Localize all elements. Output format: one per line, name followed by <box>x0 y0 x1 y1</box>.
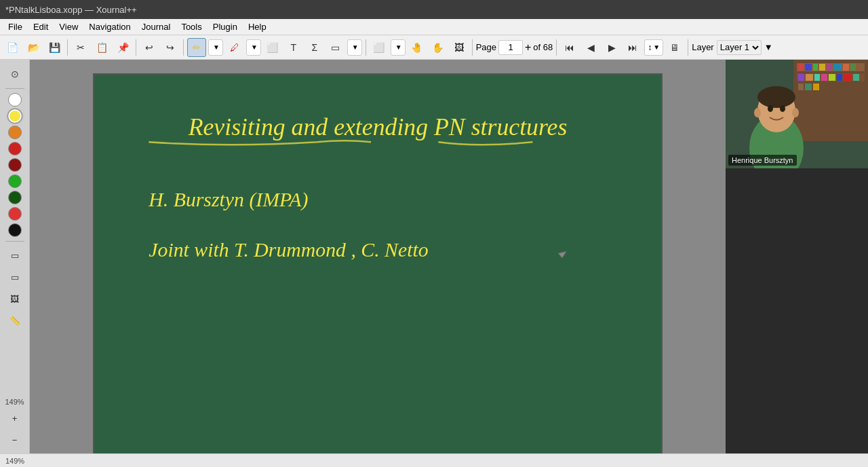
nav-dropdown[interactable]: ↕▼ <box>644 39 663 56</box>
svg-rect-17 <box>837 74 842 81</box>
stroke-button[interactable]: 🤚 <box>408 38 427 57</box>
title-text: Revisiting and extending PN structures <box>188 113 568 141</box>
separator6 <box>556 39 557 56</box>
copy-button[interactable]: 📋 <box>92 38 111 57</box>
joint-text: Joint with T. Drummond , C. Netto <box>149 238 428 261</box>
color-green[interactable] <box>8 174 22 188</box>
sidebar-zoom-in[interactable]: + <box>5 409 24 428</box>
webcam-panel: Henrique Bursztyn <box>726 60 868 453</box>
save-button[interactable]: 💾 <box>45 38 64 57</box>
svg-point-28 <box>754 108 761 117</box>
last-page-button[interactable]: ⏭ <box>623 38 642 57</box>
color-yellow[interactable] <box>8 109 22 123</box>
svg-rect-18 <box>844 74 852 81</box>
redo-button[interactable]: ↪ <box>161 38 180 57</box>
svg-rect-8 <box>827 64 832 71</box>
svg-point-29 <box>792 108 799 117</box>
sidebar-divider2 <box>5 241 24 242</box>
cut-button[interactable]: ✂ <box>71 38 90 57</box>
highlighter-dropdown[interactable]: ▼ <box>246 39 261 56</box>
menu-journal[interactable]: Journal <box>136 20 176 33</box>
svg-rect-14 <box>814 74 820 81</box>
open-button[interactable]: 📂 <box>24 38 43 57</box>
svg-rect-13 <box>806 74 813 81</box>
canvas-container[interactable]: Revisiting and extending PN structures H… <box>30 60 726 453</box>
color-orange[interactable] <box>8 126 22 139</box>
eraser-button[interactable]: ⬜ <box>263 38 282 57</box>
sidebar-zoom-out[interactable]: − <box>5 430 24 449</box>
zoom-label: 149% <box>5 398 24 406</box>
menu-help[interactable]: Help <box>243 20 272 33</box>
sidebar-rect-tool[interactable]: ▭ <box>5 246 24 265</box>
color-red[interactable] <box>8 142 22 155</box>
shape-dropdown[interactable]: ▼ <box>347 39 362 56</box>
undo-button[interactable]: ↩ <box>140 38 159 57</box>
svg-rect-16 <box>829 74 835 81</box>
first-page-button[interactable]: ⏮ <box>560 38 579 57</box>
svg-rect-10 <box>843 64 849 71</box>
text-button[interactable]: T <box>284 38 303 57</box>
webcam-rest <box>726 168 868 453</box>
sigma-button[interactable]: Σ <box>305 38 324 57</box>
color-darkgreen[interactable] <box>8 191 22 204</box>
title-text: *PNtalkLisboa.xopp — Xournal++ <box>5 5 137 15</box>
separator5 <box>472 39 473 56</box>
main-area: Revisiting and extending PN structures H… <box>30 60 726 453</box>
titlebar: *PNtalkLisboa.xopp — Xournal++ <box>0 0 868 19</box>
sidebar-ellipse-tool[interactable]: ▭ <box>5 267 24 286</box>
svg-rect-1 <box>793 60 868 141</box>
svg-rect-7 <box>819 64 825 71</box>
pen-button[interactable]: ✏ <box>187 38 206 57</box>
layer-select[interactable]: Layer 1 <box>717 40 762 55</box>
page-input[interactable] <box>498 40 523 55</box>
color-red2[interactable] <box>8 207 22 221</box>
svg-rect-6 <box>813 64 818 71</box>
image-button[interactable]: 🖼 <box>450 38 469 57</box>
prev-page-button[interactable]: ◀ <box>581 38 600 57</box>
color-black[interactable] <box>8 223 22 237</box>
author-text: H. Bursztyn (IMPA) <box>148 188 308 211</box>
blackboard[interactable]: Revisiting and extending PN structures H… <box>93 73 663 453</box>
separator7 <box>688 39 688 56</box>
sidebar-nav-button[interactable]: ⊙ <box>5 64 25 84</box>
webcam-video: Henrique Bursztyn <box>726 60 868 168</box>
menu-view[interactable]: View <box>54 20 83 33</box>
sidebar-image-tool[interactable]: 🖼 <box>5 289 24 308</box>
svg-point-26 <box>768 105 773 112</box>
color-button[interactable]: ⬜ <box>370 38 389 57</box>
export-button[interactable]: 🖥 <box>665 38 684 57</box>
separator3 <box>183 39 184 56</box>
sidebar-divider1 <box>5 88 24 89</box>
page-control: Page + of 68 <box>476 40 553 55</box>
statusbar: 149% <box>0 453 868 467</box>
svg-rect-20 <box>798 83 804 90</box>
layer-arrow: ▼ <box>764 42 773 52</box>
svg-point-25 <box>757 86 795 108</box>
svg-rect-19 <box>853 74 859 81</box>
menu-edit[interactable]: Edit <box>28 20 54 33</box>
menu-file[interactable]: File <box>3 20 28 33</box>
new-button[interactable]: 📄 <box>3 38 22 57</box>
color-dropdown[interactable]: ▼ <box>391 39 406 56</box>
color-darkred[interactable] <box>8 158 22 172</box>
sidebar-ruler-tool[interactable]: 📏 <box>5 311 24 330</box>
highlighter-button[interactable]: 🖊 <box>225 38 244 57</box>
paste-button[interactable]: 📌 <box>113 38 132 57</box>
menubar: File Edit View Navigation Journal Tools … <box>0 19 868 35</box>
layer-control: Layer Layer 1 ▼ <box>692 40 772 55</box>
separator1 <box>67 39 68 56</box>
color-white[interactable] <box>8 93 22 107</box>
status-zoom: 149% <box>5 457 24 465</box>
rect-button[interactable]: ▭ <box>326 38 345 57</box>
pen-dropdown[interactable]: ▼ <box>208 39 223 56</box>
menu-plugin[interactable]: Plugin <box>208 20 243 33</box>
menu-tools[interactable]: Tools <box>176 20 207 33</box>
svg-rect-22 <box>813 83 819 90</box>
menu-navigation[interactable]: Navigation <box>83 20 136 33</box>
page-area: ⊙ ▭ ▭ 🖼 📏 149% + − Revisiting and exten <box>0 60 868 453</box>
plus-button[interactable]: + <box>525 41 531 54</box>
svg-point-27 <box>780 105 785 112</box>
next-page-button[interactable]: ▶ <box>602 38 621 57</box>
page-label: Page <box>476 42 496 52</box>
touch-button[interactable]: ✋ <box>429 38 448 57</box>
